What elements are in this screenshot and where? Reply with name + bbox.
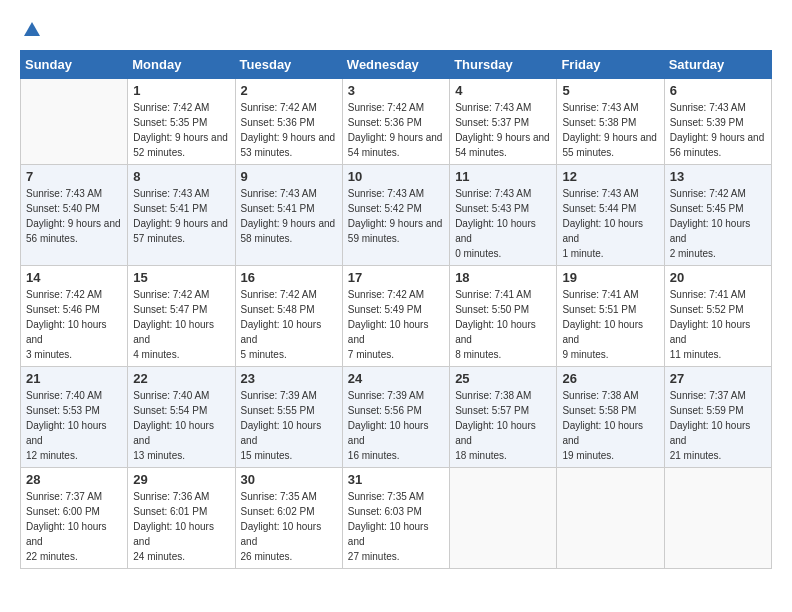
day-number: 8 [133,169,229,184]
day-info: Sunrise: 7:42 AMSunset: 5:48 PMDaylight:… [241,287,337,362]
day-number: 31 [348,472,444,487]
calendar-cell: 18Sunrise: 7:41 AMSunset: 5:50 PMDayligh… [450,266,557,367]
calendar-cell: 10Sunrise: 7:43 AMSunset: 5:42 PMDayligh… [342,165,449,266]
day-number: 1 [133,83,229,98]
calendar-cell: 26Sunrise: 7:38 AMSunset: 5:58 PMDayligh… [557,367,664,468]
calendar-cell: 20Sunrise: 7:41 AMSunset: 5:52 PMDayligh… [664,266,771,367]
calendar-header-row: SundayMondayTuesdayWednesdayThursdayFrid… [21,51,772,79]
day-number: 25 [455,371,551,386]
calendar-cell: 2Sunrise: 7:42 AMSunset: 5:36 PMDaylight… [235,79,342,165]
day-info: Sunrise: 7:39 AMSunset: 5:55 PMDaylight:… [241,388,337,463]
calendar-cell: 23Sunrise: 7:39 AMSunset: 5:55 PMDayligh… [235,367,342,468]
day-info: Sunrise: 7:43 AMSunset: 5:44 PMDaylight:… [562,186,658,261]
calendar-cell [450,468,557,569]
day-number: 26 [562,371,658,386]
day-info: Sunrise: 7:42 AMSunset: 5:36 PMDaylight:… [241,100,337,160]
day-info: Sunrise: 7:39 AMSunset: 5:56 PMDaylight:… [348,388,444,463]
header [20,20,772,40]
day-number: 12 [562,169,658,184]
calendar-cell: 27Sunrise: 7:37 AMSunset: 5:59 PMDayligh… [664,367,771,468]
day-info: Sunrise: 7:35 AMSunset: 6:03 PMDaylight:… [348,489,444,564]
day-info: Sunrise: 7:43 AMSunset: 5:39 PMDaylight:… [670,100,766,160]
calendar-cell: 13Sunrise: 7:42 AMSunset: 5:45 PMDayligh… [664,165,771,266]
logo-icon [22,20,42,40]
day-number: 5 [562,83,658,98]
day-info: Sunrise: 7:35 AMSunset: 6:02 PMDaylight:… [241,489,337,564]
day-number: 14 [26,270,122,285]
day-info: Sunrise: 7:38 AMSunset: 5:58 PMDaylight:… [562,388,658,463]
day-info: Sunrise: 7:41 AMSunset: 5:50 PMDaylight:… [455,287,551,362]
calendar-cell: 4Sunrise: 7:43 AMSunset: 5:37 PMDaylight… [450,79,557,165]
day-info: Sunrise: 7:41 AMSunset: 5:52 PMDaylight:… [670,287,766,362]
calendar-cell: 22Sunrise: 7:40 AMSunset: 5:54 PMDayligh… [128,367,235,468]
column-header-saturday: Saturday [664,51,771,79]
day-number: 10 [348,169,444,184]
day-number: 7 [26,169,122,184]
day-info: Sunrise: 7:43 AMSunset: 5:41 PMDaylight:… [241,186,337,246]
calendar-cell: 29Sunrise: 7:36 AMSunset: 6:01 PMDayligh… [128,468,235,569]
calendar-cell [21,79,128,165]
day-number: 16 [241,270,337,285]
calendar-cell: 24Sunrise: 7:39 AMSunset: 5:56 PMDayligh… [342,367,449,468]
day-number: 30 [241,472,337,487]
day-number: 2 [241,83,337,98]
week-row-5: 28Sunrise: 7:37 AMSunset: 6:00 PMDayligh… [21,468,772,569]
calendar-cell: 12Sunrise: 7:43 AMSunset: 5:44 PMDayligh… [557,165,664,266]
calendar-cell: 11Sunrise: 7:43 AMSunset: 5:43 PMDayligh… [450,165,557,266]
calendar: SundayMondayTuesdayWednesdayThursdayFrid… [20,50,772,569]
svg-marker-0 [24,22,40,36]
day-number: 4 [455,83,551,98]
calendar-cell: 1Sunrise: 7:42 AMSunset: 5:35 PMDaylight… [128,79,235,165]
calendar-cell: 6Sunrise: 7:43 AMSunset: 5:39 PMDaylight… [664,79,771,165]
calendar-cell: 28Sunrise: 7:37 AMSunset: 6:00 PMDayligh… [21,468,128,569]
day-info: Sunrise: 7:43 AMSunset: 5:37 PMDaylight:… [455,100,551,160]
day-number: 28 [26,472,122,487]
day-number: 6 [670,83,766,98]
day-info: Sunrise: 7:37 AMSunset: 5:59 PMDaylight:… [670,388,766,463]
calendar-cell: 8Sunrise: 7:43 AMSunset: 5:41 PMDaylight… [128,165,235,266]
day-number: 13 [670,169,766,184]
day-info: Sunrise: 7:43 AMSunset: 5:43 PMDaylight:… [455,186,551,261]
calendar-cell: 5Sunrise: 7:43 AMSunset: 5:38 PMDaylight… [557,79,664,165]
logo [20,20,42,40]
day-number: 19 [562,270,658,285]
day-info: Sunrise: 7:41 AMSunset: 5:51 PMDaylight:… [562,287,658,362]
week-row-2: 7Sunrise: 7:43 AMSunset: 5:40 PMDaylight… [21,165,772,266]
calendar-cell: 7Sunrise: 7:43 AMSunset: 5:40 PMDaylight… [21,165,128,266]
day-info: Sunrise: 7:42 AMSunset: 5:35 PMDaylight:… [133,100,229,160]
day-number: 27 [670,371,766,386]
calendar-cell: 3Sunrise: 7:42 AMSunset: 5:36 PMDaylight… [342,79,449,165]
calendar-cell: 25Sunrise: 7:38 AMSunset: 5:57 PMDayligh… [450,367,557,468]
day-info: Sunrise: 7:40 AMSunset: 5:53 PMDaylight:… [26,388,122,463]
day-info: Sunrise: 7:42 AMSunset: 5:45 PMDaylight:… [670,186,766,261]
column-header-friday: Friday [557,51,664,79]
calendar-cell: 30Sunrise: 7:35 AMSunset: 6:02 PMDayligh… [235,468,342,569]
day-info: Sunrise: 7:36 AMSunset: 6:01 PMDaylight:… [133,489,229,564]
calendar-cell [557,468,664,569]
day-number: 3 [348,83,444,98]
day-number: 29 [133,472,229,487]
day-number: 18 [455,270,551,285]
calendar-cell: 17Sunrise: 7:42 AMSunset: 5:49 PMDayligh… [342,266,449,367]
calendar-cell: 19Sunrise: 7:41 AMSunset: 5:51 PMDayligh… [557,266,664,367]
week-row-4: 21Sunrise: 7:40 AMSunset: 5:53 PMDayligh… [21,367,772,468]
week-row-3: 14Sunrise: 7:42 AMSunset: 5:46 PMDayligh… [21,266,772,367]
day-number: 11 [455,169,551,184]
calendar-cell: 31Sunrise: 7:35 AMSunset: 6:03 PMDayligh… [342,468,449,569]
calendar-cell: 9Sunrise: 7:43 AMSunset: 5:41 PMDaylight… [235,165,342,266]
calendar-cell: 21Sunrise: 7:40 AMSunset: 5:53 PMDayligh… [21,367,128,468]
day-info: Sunrise: 7:42 AMSunset: 5:47 PMDaylight:… [133,287,229,362]
day-number: 22 [133,371,229,386]
day-info: Sunrise: 7:43 AMSunset: 5:42 PMDaylight:… [348,186,444,246]
day-number: 24 [348,371,444,386]
column-header-sunday: Sunday [21,51,128,79]
day-number: 20 [670,270,766,285]
calendar-cell [664,468,771,569]
column-header-thursday: Thursday [450,51,557,79]
calendar-cell: 15Sunrise: 7:42 AMSunset: 5:47 PMDayligh… [128,266,235,367]
column-header-tuesday: Tuesday [235,51,342,79]
day-info: Sunrise: 7:38 AMSunset: 5:57 PMDaylight:… [455,388,551,463]
day-info: Sunrise: 7:42 AMSunset: 5:49 PMDaylight:… [348,287,444,362]
column-header-wednesday: Wednesday [342,51,449,79]
day-info: Sunrise: 7:42 AMSunset: 5:46 PMDaylight:… [26,287,122,362]
